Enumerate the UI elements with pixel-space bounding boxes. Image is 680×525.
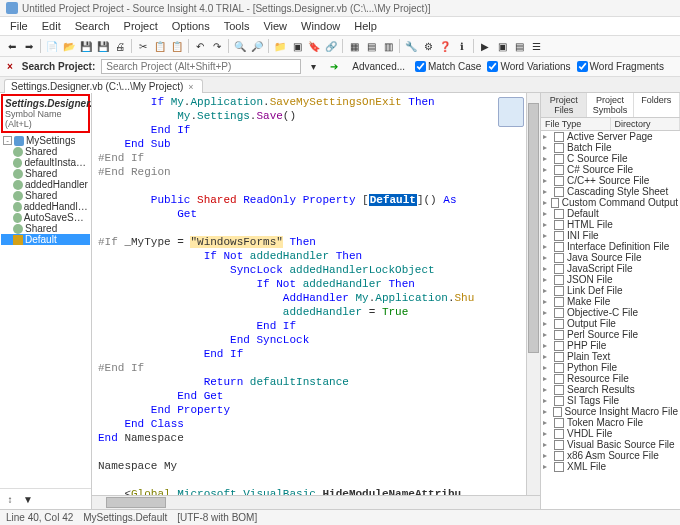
new-icon[interactable]: 📄 [44, 38, 60, 54]
match-case-checkbox[interactable]: Match Case [415, 61, 481, 72]
tree-filter-icon[interactable]: ▼ [20, 491, 36, 507]
filetype-item[interactable]: ▸C/C++ Source File [541, 175, 680, 186]
layout3-icon[interactable]: ▥ [380, 38, 396, 54]
symbol-node[interactable]: addedHandler [1, 179, 90, 190]
filetype-item[interactable]: ▸Batch File [541, 142, 680, 153]
expand-icon[interactable]: ▸ [543, 143, 551, 152]
filetype-item[interactable]: ▸Search Results [541, 384, 680, 395]
expand-icon[interactable]: ▸ [543, 407, 550, 416]
options-icon[interactable]: ⚙ [420, 38, 436, 54]
expand-icon[interactable]: ▸ [543, 385, 551, 394]
symbol-node[interactable]: Shared [1, 223, 90, 234]
filetype-item[interactable]: ▸Visual Basic Source File [541, 439, 680, 450]
editor-vscroll[interactable] [526, 93, 540, 495]
filetype-item[interactable]: ▸Token Macro File [541, 417, 680, 428]
symbol-node[interactable]: Shared [1, 146, 90, 157]
forward-icon[interactable]: ➡ [21, 38, 37, 54]
redo-icon[interactable]: ↷ [209, 38, 225, 54]
filetype-item[interactable]: ▸Make File [541, 296, 680, 307]
misc1-icon[interactable]: ▶ [477, 38, 493, 54]
menu-window[interactable]: Window [295, 18, 346, 34]
filetype-item[interactable]: ▸Output File [541, 318, 680, 329]
expand-icon[interactable]: ▸ [543, 297, 551, 306]
filetype-item[interactable]: ▸Custom Command Output [541, 197, 680, 208]
undo-icon[interactable]: ↶ [192, 38, 208, 54]
symbol-node[interactable]: Default [1, 234, 90, 245]
panel-tab[interactable]: Project Symbols [587, 93, 633, 117]
filetype-item[interactable]: ▸Active Server Page [541, 131, 680, 142]
editor-tab[interactable]: Settings.Designer.vb (C:\...\My Project)… [4, 79, 203, 93]
symbol-node[interactable]: Shared [1, 190, 90, 201]
col-directory[interactable]: Directory [611, 118, 681, 130]
filetype-item[interactable]: ▸Source Insight Macro File [541, 406, 680, 417]
menu-view[interactable]: View [257, 18, 293, 34]
filetype-item[interactable]: ▸HTML File [541, 219, 680, 230]
misc3-icon[interactable]: ▤ [511, 38, 527, 54]
filetype-item[interactable]: ▸Java Source File [541, 252, 680, 263]
paste-icon[interactable]: 📋 [169, 38, 185, 54]
expand-icon[interactable]: ▸ [543, 253, 551, 262]
panel-tab[interactable]: Project Files [541, 93, 587, 117]
code-editor[interactable]: If My.Application.SaveMySettingsOnExit T… [92, 93, 540, 509]
code-content[interactable]: If My.Application.SaveMySettingsOnExit T… [92, 93, 540, 495]
editor-hscroll[interactable] [92, 495, 540, 509]
filetype-item[interactable]: ▸JavaScript File [541, 263, 680, 274]
expand-icon[interactable]: ▸ [543, 462, 551, 471]
symbols-icon[interactable]: ▣ [289, 38, 305, 54]
expand-icon[interactable]: ▸ [543, 396, 551, 405]
print-icon[interactable]: 🖨 [112, 38, 128, 54]
expand-icon[interactable]: ▸ [543, 165, 551, 174]
filetype-item[interactable]: ▸C# Source File [541, 164, 680, 175]
filetype-item[interactable]: ▸C Source File [541, 153, 680, 164]
filetype-item[interactable]: ▸INI File [541, 230, 680, 241]
project-icon[interactable]: 📁 [272, 38, 288, 54]
menu-help[interactable]: Help [348, 18, 383, 34]
menu-project[interactable]: Project [118, 18, 164, 34]
expand-icon[interactable]: ▸ [543, 176, 551, 185]
filetype-item[interactable]: ▸Python File [541, 362, 680, 373]
expand-icon[interactable]: ▸ [543, 286, 551, 295]
open-icon[interactable]: 📂 [61, 38, 77, 54]
word-variations-checkbox[interactable]: Word Variations [487, 61, 570, 72]
filetype-item[interactable]: ▸VHDL File [541, 428, 680, 439]
advanced-button[interactable]: Advanced... [348, 60, 409, 73]
expand-icon[interactable]: ▸ [543, 451, 551, 460]
symbol-node[interactable]: defaultInstance [1, 157, 90, 168]
filetype-item[interactable]: ▸Plain Text [541, 351, 680, 362]
symbol-name-field[interactable]: Symbol Name (Alt+L) [5, 109, 86, 129]
symbol-node[interactable]: Shared [1, 168, 90, 179]
search-project-input[interactable] [101, 59, 301, 74]
info-icon[interactable]: ℹ [454, 38, 470, 54]
symbol-node[interactable]: AutoSaveSetting [1, 212, 90, 223]
expand-icon[interactable]: ▸ [543, 330, 551, 339]
misc4-icon[interactable]: ☰ [528, 38, 544, 54]
cut-icon[interactable]: ✂ [135, 38, 151, 54]
layout2-icon[interactable]: ▤ [363, 38, 379, 54]
copy-icon[interactable]: 📋 [152, 38, 168, 54]
expand-icon[interactable]: ▸ [543, 187, 551, 196]
menu-edit[interactable]: Edit [36, 18, 67, 34]
bookmarks-icon[interactable]: 🔖 [306, 38, 322, 54]
expand-icon[interactable]: ▸ [543, 352, 551, 361]
close-icon[interactable]: × [4, 61, 16, 72]
expand-icon[interactable]: ▸ [543, 308, 551, 317]
menu-options[interactable]: Options [166, 18, 216, 34]
filetype-list[interactable]: ▸Active Server Page▸Batch File▸C Source … [541, 131, 680, 509]
filetype-item[interactable]: ▸XML File [541, 461, 680, 472]
layout-icon[interactable]: ▦ [346, 38, 362, 54]
col-filetype[interactable]: File Type [541, 118, 611, 130]
menu-tools[interactable]: Tools [218, 18, 256, 34]
filetype-item[interactable]: ▸PHP File [541, 340, 680, 351]
tab-close-icon[interactable]: × [186, 82, 195, 92]
relations-icon[interactable]: 🔗 [323, 38, 339, 54]
filetype-item[interactable]: ▸Resource File [541, 373, 680, 384]
tree-sort-icon[interactable]: ↕ [2, 491, 18, 507]
search-go-icon[interactable]: ➔ [326, 60, 342, 73]
filetype-item[interactable]: ▸SI Tags File [541, 395, 680, 406]
expand-icon[interactable]: ▸ [543, 132, 551, 141]
expand-icon[interactable]: ▸ [543, 374, 551, 383]
expand-icon[interactable]: ▸ [543, 242, 551, 251]
expand-icon[interactable]: ▸ [543, 154, 551, 163]
help-icon[interactable]: ❓ [437, 38, 453, 54]
save-all-icon[interactable]: 💾 [95, 38, 111, 54]
